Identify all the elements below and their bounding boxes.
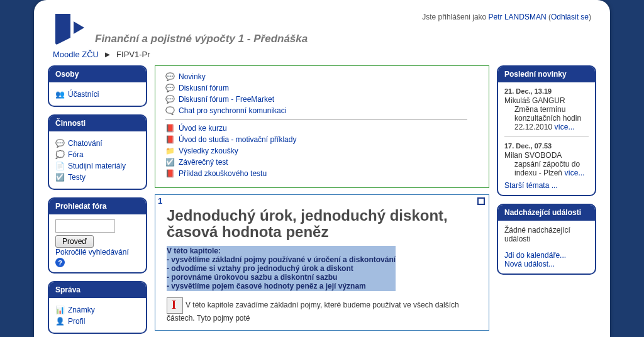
section-highlight: V této kapitole: - vysvětlíme základní p… xyxy=(167,246,396,291)
activity-label: Závěrečný test xyxy=(179,158,228,167)
chat-icon: 💬 xyxy=(55,138,65,148)
activity-label: Výsledky zkoušky xyxy=(179,146,238,155)
breadcrumb: Moodle ZČU ► FIPV1-Pr xyxy=(34,46,610,65)
forum-icon: 💬 xyxy=(165,83,175,92)
people-icon: 👥 xyxy=(55,89,65,99)
highlight-lead: V této kapitole: xyxy=(167,246,396,255)
breadcrumb-root[interactable]: Moodle ZČU xyxy=(53,50,99,59)
block-title: Osoby xyxy=(49,67,146,82)
activity-label: Úvod ke kurzu xyxy=(179,124,227,133)
help-icon[interactable]: ? xyxy=(55,258,65,267)
quiz-icon: ☑️ xyxy=(165,157,175,167)
activity-label: Chat pro synchronní komunikaci xyxy=(179,106,286,115)
forum-icon: 💬 xyxy=(165,94,175,104)
forum-icon: 💬 xyxy=(165,72,175,81)
sidebar-item-label: Účastníci xyxy=(68,90,99,99)
block-title: Poslední novinky xyxy=(498,67,595,82)
highlight-line: - vysvětlíme pojem časové hodnoty peněz … xyxy=(167,282,396,290)
activity-label: Úvod do studia - motivační příklady xyxy=(179,135,296,144)
activity-forum2[interactable]: 💬Diskusní fórum - FreeMarket xyxy=(165,94,479,104)
separator xyxy=(165,119,467,119)
calendar-link[interactable]: Jdi do kalendáře... xyxy=(504,251,566,260)
news-date: 21. Dec., 13.19 xyxy=(504,87,589,95)
separator xyxy=(504,136,589,137)
dropcap-icon xyxy=(167,297,183,314)
sidebar-item-label: Fóra xyxy=(68,150,84,159)
sidebar-item-profile[interactable]: 👤Profil xyxy=(55,316,140,326)
login-status: Jste přihlášeni jako Petr LANDSMAN (Odhl… xyxy=(422,13,591,21)
pdf-icon: 📕 xyxy=(165,135,175,144)
upcoming-events-block: Nadcházející události Žádné nadcházející… xyxy=(497,204,596,275)
sidebar-item-chat[interactable]: 💬Chatování xyxy=(55,138,140,148)
breadcrumb-current: FIPV1-Pr xyxy=(116,50,150,59)
activity-news[interactable]: 💬Novinky xyxy=(165,72,479,81)
sidebar-item-resource[interactable]: 📄Studijní materiály xyxy=(55,161,140,170)
sidebar-item-label: Profil xyxy=(68,317,85,326)
activity-label: Diskusní fórum - FreeMarket xyxy=(179,95,274,104)
people-block: Osoby 👥 Účastníci xyxy=(48,65,147,107)
highlight-line: - odvodíme si vztahy pro jednoduchý úrok… xyxy=(167,264,396,273)
sidebar-item-quiz[interactable]: ☑️Testy xyxy=(55,172,140,182)
site-logo-icon xyxy=(53,11,87,46)
svg-marker-0 xyxy=(74,21,84,34)
activity-label: Příklad zkouškového testu xyxy=(179,169,267,178)
sidebar-item-participants[interactable]: 👥 Účastníci xyxy=(55,89,140,99)
activity-forum1[interactable]: 💬Diskusní fórum xyxy=(165,83,479,92)
block-title: Správa xyxy=(49,282,146,298)
activity-motiv[interactable]: 📕Úvod do studia - motivační příklady xyxy=(165,135,479,144)
no-events-text: Žádné nadcházející události xyxy=(504,226,589,243)
profile-icon: 👤 xyxy=(55,316,65,326)
activity-chat[interactable]: 🗨️Chat pro synchronní komunikaci xyxy=(165,106,479,115)
pdf-icon: 📕 xyxy=(165,123,175,133)
doc-icon: 📄 xyxy=(55,161,65,170)
news-author: Mikuláš GANGUR xyxy=(504,96,589,105)
older-topics-link[interactable]: Starší témata ... xyxy=(504,181,558,190)
folder-icon: 📁 xyxy=(165,146,175,155)
page-header: Jste přihlášeni jako Petr LANDSMAN (Odhl… xyxy=(34,0,610,46)
activity-sample[interactable]: 📕Příklad zkouškového testu xyxy=(165,168,479,178)
sidebar-item-label: Známky xyxy=(68,306,95,314)
course-title: Finanční a pojistné výpočty 1 - Přednášk… xyxy=(95,33,308,45)
grades-icon: 📊 xyxy=(55,305,65,314)
new-event-link[interactable]: Nová událost... xyxy=(504,260,555,268)
admin-block: Správa 📊Známky 👤Profil xyxy=(48,281,147,334)
course-summary-box: 💬Novinky 💬Diskusní fórum 💬Diskusní fórum… xyxy=(155,65,489,188)
section-1: 1 Jednoduchý úrok, jednoduchý diskont, č… xyxy=(155,194,489,331)
user-link[interactable]: Petr LANDSMAN xyxy=(489,13,547,21)
news-author: Milan SVOBODA xyxy=(504,151,589,160)
collapse-icon[interactable] xyxy=(477,197,485,205)
check-icon: ☑️ xyxy=(55,172,65,182)
sidebar-item-label: Studijní materiály xyxy=(68,162,126,170)
forum-icon: 💭 xyxy=(55,150,65,159)
activity-label: Novinky xyxy=(179,72,206,81)
section-intro: V této kapitole zavádíme základní pojmy,… xyxy=(167,297,477,323)
activities-block: Činnosti 💬Chatování 💭Fóra 📄Studijní mate… xyxy=(48,114,147,190)
intro-text: V této kapitole zavádíme základní pojmy,… xyxy=(167,301,459,323)
section-title: Jednoduchý úrok, jednoduchý diskont, čas… xyxy=(167,207,477,241)
news-text: zapsání zápočtu do indexu - Plzeň více..… xyxy=(514,160,589,177)
sidebar-item-grades[interactable]: 📊Známky xyxy=(55,305,140,314)
news-item: 21. Dec., 13.19 Mikuláš GANGUR Změna ter… xyxy=(504,87,589,131)
activity-final[interactable]: ☑️Závěrečný test xyxy=(165,157,479,167)
activity-intro[interactable]: 📕Úvod ke kurzu xyxy=(165,123,479,133)
login-prefix: Jste přihlášeni jako xyxy=(422,13,488,21)
block-title: Prohledat fóra xyxy=(49,199,146,214)
sidebar-item-forum[interactable]: 💭Fóra xyxy=(55,150,140,159)
highlight-line: - vysvětlíme základní pojmy používané v … xyxy=(167,255,396,264)
section-number: 1 xyxy=(158,196,162,206)
logout-link[interactable]: Odhlásit se xyxy=(551,13,589,21)
search-button[interactable]: Proveď xyxy=(55,235,94,248)
sidebar-item-label: Chatování xyxy=(68,139,103,148)
activity-results[interactable]: 📁Výsledky zkoušky xyxy=(165,146,479,155)
activity-label: Diskusní fórum xyxy=(179,84,229,92)
breadcrumb-separator: ► xyxy=(104,50,112,59)
news-text: Změna termínu konzultačních hodin 22.12.… xyxy=(514,105,589,131)
pdf-icon: 📕 xyxy=(165,168,175,178)
search-input[interactable] xyxy=(55,219,115,233)
advanced-search-link[interactable]: Pokročilé vyhledávání xyxy=(55,248,129,257)
sidebar-item-label: Testy xyxy=(68,173,86,182)
latest-news-block: Poslední novinky 21. Dec., 13.19 Mikuláš… xyxy=(497,65,596,196)
block-title: Činnosti xyxy=(49,116,146,131)
news-more-link[interactable]: více... xyxy=(564,168,584,177)
news-more-link[interactable]: více... xyxy=(554,123,574,131)
